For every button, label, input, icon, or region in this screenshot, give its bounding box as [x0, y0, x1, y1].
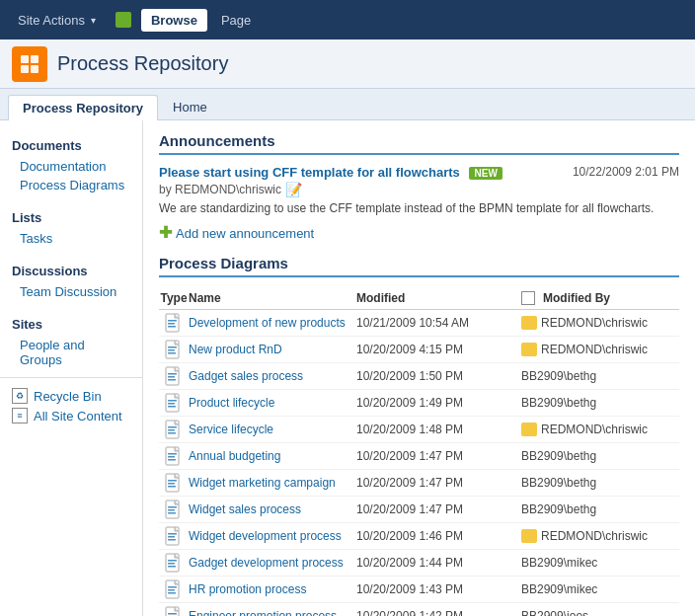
cell-name[interactable]: Gadget sales process [189, 369, 356, 383]
svg-rect-30 [168, 483, 175, 485]
top-nav: Site Actions ▾ Browse Page [0, 0, 695, 39]
modified-by-checkbox[interactable] [521, 291, 535, 305]
svg-rect-10 [168, 349, 175, 351]
diagram-file-icon [165, 526, 183, 546]
col-modified: Modified [356, 291, 521, 305]
diagram-file-icon [165, 579, 183, 599]
svg-rect-49 [168, 613, 177, 615]
announcements-title: Announcements [159, 132, 679, 155]
svg-rect-13 [168, 373, 177, 375]
tab-bar: Process Repository Home [0, 89, 695, 120]
svg-rect-47 [168, 592, 176, 594]
cell-name[interactable]: Widget development process [189, 529, 356, 543]
tab-home[interactable]: Home [158, 94, 222, 119]
svg-rect-41 [168, 560, 177, 562]
cell-name[interactable]: Widget marketing campaign [189, 476, 356, 490]
sidebar-all-site-content[interactable]: ≡ All Site Content [0, 406, 142, 425]
user-avatar-icon [521, 343, 537, 356]
announcement-header: Please start using CFF template for all … [159, 165, 679, 180]
site-logo [12, 46, 47, 82]
tab-process-repository[interactable]: Process Repository [8, 95, 158, 120]
svg-rect-21 [168, 426, 177, 428]
cell-modified-by: BB2909\bethg [521, 502, 679, 516]
cell-name[interactable]: Development of new products [189, 316, 356, 330]
sidebar-recycle-bin[interactable]: ♻ Recycle Bin [0, 386, 142, 406]
cell-name[interactable]: HR promotion process [189, 582, 356, 596]
svg-rect-2 [21, 65, 29, 73]
cell-modified: 10/20/2009 4:15 PM [356, 343, 521, 356]
svg-rect-25 [168, 453, 177, 455]
sidebar-item-process-diagrams[interactable]: Process Diagrams [0, 176, 142, 194]
cell-name[interactable]: Annual budgeting [189, 449, 356, 463]
cell-name[interactable]: Engineer promotion process [189, 609, 356, 616]
table-row: Widget development process10/20/2009 1:4… [159, 523, 679, 550]
user-avatar-icon [521, 423, 537, 436]
cell-modified: 10/20/2009 1:47 PM [356, 449, 521, 463]
diagram-file-icon [165, 473, 183, 493]
svg-rect-3 [31, 65, 39, 73]
cell-name[interactable]: New product RnD [189, 343, 356, 356]
browse-tab-btn[interactable]: Browse [141, 9, 207, 32]
table-row: Annual budgeting10/20/2009 1:47 PMBB2909… [159, 443, 679, 470]
col-modified-by: Modified By [521, 291, 679, 305]
table-row: Engineer promotion process10/20/2009 1:4… [159, 603, 679, 616]
content-area: Announcements Please start using CFF tem… [143, 120, 695, 616]
announcement-body: We are standardizing to use the CFF temp… [159, 201, 679, 215]
cell-modified: 10/20/2009 1:50 PM [356, 369, 521, 383]
cell-modified: 10/20/2009 1:43 PM [356, 582, 521, 596]
svg-rect-14 [168, 376, 175, 378]
page-label: Page [221, 13, 251, 28]
add-announcement-link[interactable]: ✚ Add new announcement [159, 225, 679, 241]
sidebar-item-people-groups[interactable]: People and Groups [0, 336, 142, 369]
table-row: Widget sales process10/20/2009 1:47 PMBB… [159, 497, 679, 523]
cell-name[interactable]: Gadget development process [189, 556, 356, 570]
diagram-file-icon [165, 313, 183, 333]
recycle-bin-label: Recycle Bin [34, 389, 102, 404]
cell-name[interactable]: Product lifecycle [189, 396, 356, 410]
sidebar-section-lists: Lists [0, 202, 142, 229]
page-tab-btn[interactable]: Page [211, 9, 261, 32]
settings-icon [116, 12, 131, 28]
svg-rect-37 [168, 533, 177, 535]
announcement-link[interactable]: Please start using CFF template for all … [159, 165, 460, 180]
cell-modified-by: BB2909\bethg [521, 396, 679, 410]
svg-rect-43 [168, 566, 176, 568]
svg-rect-15 [168, 379, 176, 381]
table-row: Development of new products10/21/2009 10… [159, 310, 679, 337]
diagram-file-icon [165, 606, 183, 616]
sidebar-section-discussions: Discussions [0, 256, 142, 282]
col-name: Name [189, 291, 356, 305]
sidebar-item-documentation[interactable]: Documentation [0, 157, 142, 176]
cell-modified-by: REDMOND\chriswic [521, 529, 679, 543]
svg-rect-17 [168, 400, 177, 402]
cell-type-icon [159, 366, 189, 386]
cell-name[interactable]: Widget sales process [189, 502, 356, 516]
cell-modified-by: BB2909\bethg [521, 476, 679, 490]
site-actions-menu[interactable]: Site Actions ▾ [8, 9, 106, 32]
svg-rect-6 [168, 323, 175, 325]
announcement-title-area: Please start using CFF template for all … [159, 165, 502, 180]
cell-modified-by: BB2909\mikec [521, 556, 679, 570]
cell-type-icon [159, 553, 189, 573]
svg-rect-0 [21, 55, 29, 63]
main-layout: Documents Documentation Process Diagrams… [0, 120, 695, 616]
cell-modified: 10/20/2009 1:49 PM [356, 396, 521, 410]
svg-rect-22 [168, 429, 175, 431]
cell-type-icon [159, 526, 189, 546]
dropdown-arrow-icon: ▾ [91, 15, 96, 26]
settings-icon-btn[interactable] [110, 8, 137, 32]
sidebar: Documents Documentation Process Diagrams… [0, 120, 143, 616]
svg-rect-18 [168, 403, 175, 405]
svg-rect-23 [168, 432, 176, 434]
site-title: Process Repository [57, 52, 228, 75]
svg-rect-42 [168, 563, 175, 565]
cell-name[interactable]: Service lifecycle [189, 423, 356, 436]
sidebar-item-team-discussion[interactable]: Team Discussion [0, 282, 142, 301]
svg-rect-46 [168, 589, 175, 591]
diagram-file-icon [165, 366, 183, 386]
table-rows: Development of new products10/21/2009 10… [159, 310, 679, 616]
sidebar-item-tasks[interactable]: Tasks [0, 229, 142, 248]
cell-modified-by: REDMOND\chriswic [521, 343, 679, 356]
svg-rect-5 [168, 320, 177, 322]
cell-modified: 10/21/2009 10:54 AM [356, 316, 521, 330]
